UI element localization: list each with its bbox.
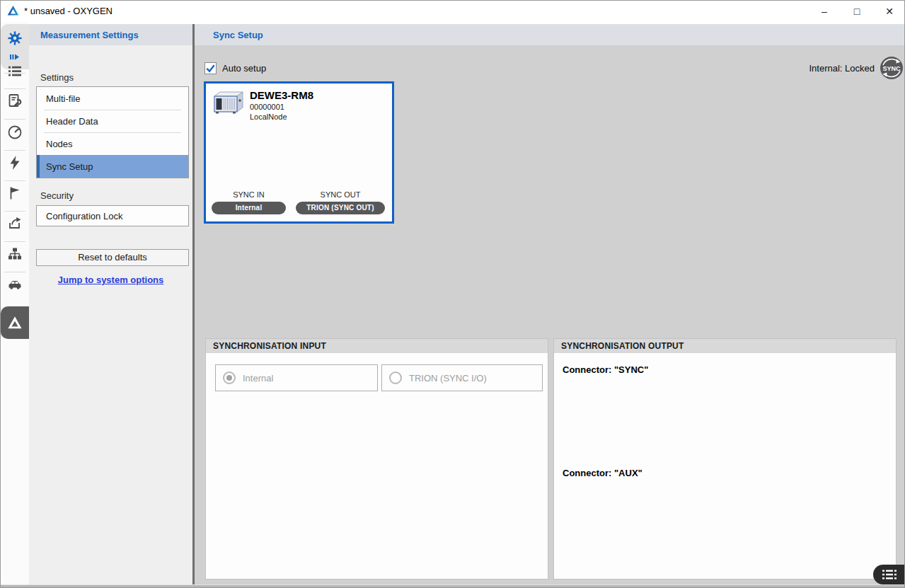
sync-input-option-trion[interactable]: TRION (SYNC I/O): [381, 364, 543, 391]
window-bottom-frame: [1, 584, 905, 588]
radio-label: TRION (SYNC I/O): [409, 373, 487, 384]
sidebar-tab-report[interactable]: [6, 93, 23, 110]
channel-list-button[interactable]: [873, 565, 905, 584]
maximize-button[interactable]: □: [841, 1, 873, 22]
main-panel-header: Sync Setup: [195, 24, 905, 45]
document-wrench-icon: [6, 93, 23, 110]
sidebar-tab-network[interactable]: [6, 246, 23, 263]
play-pause-indicator-icon: [10, 50, 20, 63]
close-button[interactable]: ✕: [873, 1, 905, 22]
security-item-configuration-lock[interactable]: Configuration Lock: [37, 206, 188, 226]
window-title: * unsaved - OXYGEN: [24, 6, 113, 16]
settings-item-nodes[interactable]: Nodes: [37, 132, 188, 155]
divider: [4, 150, 25, 151]
export-icon: [6, 215, 23, 232]
channel-list-icon: [881, 567, 898, 582]
sidebar-tab-events[interactable]: [6, 185, 23, 202]
sync-in-label: SYNC IN: [212, 190, 286, 199]
channel-list-icon: [6, 63, 23, 80]
dewetron-logo-icon: [7, 316, 23, 330]
settings-list: Multi-file Header Data Nodes Sync Setup: [36, 86, 189, 178]
left-panel-header: Measurement Settings: [29, 24, 192, 45]
device-node: LocalNode: [250, 112, 313, 122]
oxygen-window: * unsaved - OXYGEN – □ ✕: [0, 0, 905, 588]
sync-badge-icon: SYNC: [880, 56, 904, 80]
security-section-label: Security: [40, 190, 74, 201]
sidebar-tab-channel-list[interactable]: [6, 63, 23, 80]
sidebar: [1, 22, 29, 584]
sync-status-text: Internal: Locked: [809, 63, 875, 74]
settings-item-header-data[interactable]: Header Data: [37, 110, 188, 132]
device-card[interactable]: DEWE3-RM8 00000001 LocalNode SYNC IN SYN…: [204, 81, 394, 224]
divider: [4, 241, 25, 242]
connector-aux-label: Connector: "AUX": [563, 468, 642, 478]
sync-out-label: SYNC OUT: [296, 190, 385, 199]
gauge-icon: [6, 124, 23, 141]
reset-to-defaults-button[interactable]: Reset to defaults: [36, 249, 189, 266]
synchronisation-input-panel: SYNCHRONISATION INPUT Internal TRION (SY…: [205, 338, 548, 580]
sync-in-value-pill[interactable]: Internal: [212, 202, 286, 214]
settings-item-multi-file[interactable]: Multi-file: [37, 87, 188, 110]
jump-to-system-options-link[interactable]: Jump to system options: [29, 275, 192, 285]
flag-icon: [6, 185, 23, 202]
sync-input-title: SYNCHRONISATION INPUT: [206, 339, 548, 353]
divider: [4, 272, 25, 272]
device-chassis-icon: [210, 89, 246, 119]
sync-badge-label: SYNC: [882, 65, 901, 72]
sync-setup-panel: Auto setup Internal: Locked SYNC: [195, 45, 905, 584]
device-name: DEWE3-RM8: [250, 89, 313, 102]
divider: [4, 88, 25, 89]
divider: [4, 180, 25, 181]
settings-section-label: Settings: [40, 72, 74, 83]
device-serial: 00000001: [250, 102, 313, 112]
connector-sync-label: Connector: "SYNC": [563, 364, 648, 375]
radio-selected-icon: [223, 371, 236, 384]
security-list: Configuration Lock: [36, 205, 189, 226]
dewetron-logo-icon: [7, 5, 19, 16]
radio-label: Internal: [243, 373, 273, 384]
auto-setup-label: Auto setup: [222, 63, 266, 74]
radio-unselected-icon: [389, 371, 402, 384]
synchronisation-output-panel: SYNCHRONISATION OUTPUT Connector: "SYNC"…: [553, 338, 897, 580]
sidebar-tab-export[interactable]: [6, 215, 23, 232]
checkmark-icon: [205, 63, 216, 74]
sidebar-tab-trigger[interactable]: [6, 154, 23, 171]
sync-out-value-pill[interactable]: TRION (SYNC OUT): [296, 202, 385, 214]
sidebar-tab-measurement[interactable]: [6, 124, 23, 141]
auto-setup-checkbox[interactable]: [204, 62, 217, 74]
gear-icon: [6, 30, 23, 50]
title-bar: * unsaved - OXYGEN – □ ✕: [1, 1, 905, 24]
divider: [4, 211, 25, 212]
sidebar-tab-vehicle[interactable]: [6, 276, 23, 293]
measurement-settings-panel: Settings Multi-file Header Data Nodes Sy…: [29, 45, 192, 584]
sync-output-title: SYNCHRONISATION OUTPUT: [554, 339, 896, 353]
car-icon: [6, 276, 23, 293]
divider: [4, 119, 25, 120]
minimize-button[interactable]: –: [808, 1, 841, 22]
network-tree-icon: [6, 246, 23, 263]
lightning-icon: [6, 154, 23, 171]
sync-input-option-internal[interactable]: Internal: [215, 364, 378, 391]
sidebar-tab-dewetron[interactable]: [1, 306, 29, 339]
settings-item-sync-setup[interactable]: Sync Setup: [37, 155, 188, 178]
